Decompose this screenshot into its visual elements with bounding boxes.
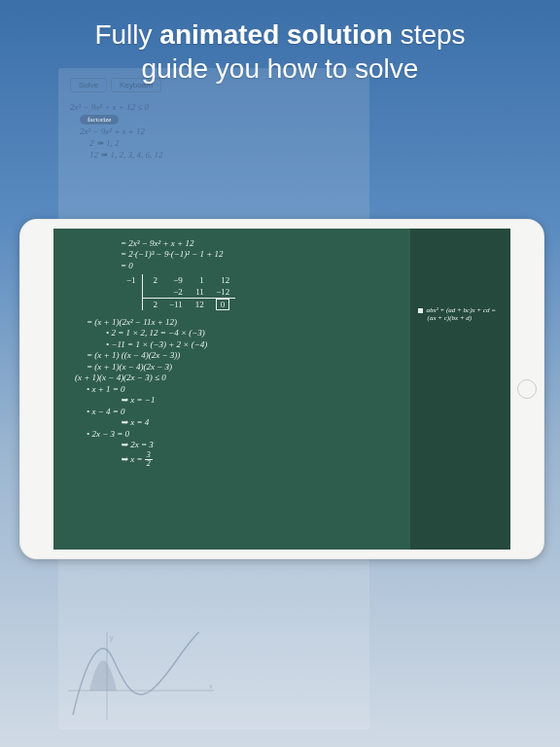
factorize-pill[interactable]: factorize	[80, 115, 119, 124]
bg-step: 2x³ − 9x² + x + 12	[70, 126, 358, 136]
svg-text:x: x	[209, 683, 213, 690]
factor-result: 2x = 3	[130, 440, 154, 449]
bullet-icon	[418, 308, 423, 313]
bg-step: 2 ➠ 1, 2	[70, 138, 358, 148]
bg-step: 12 ➠ 1, 2, 3, 4, 6, 12	[70, 150, 358, 160]
synthetic-division-table: −1 2 −9 1 12 −2 11 −12	[121, 274, 235, 310]
step-line: = 0	[67, 261, 401, 270]
cubic-graph: x y	[68, 632, 214, 720]
input-equation: 2x³ − 9x² + x + 12 ≤ 0	[70, 102, 358, 112]
solution-steps: = 2x³ − 9x² + x + 12 = 2·(−1)³ − 9·(−1)²…	[53, 229, 410, 550]
step-line: = 2·(−1)³ − 9·(−1)² − 1 + 12	[67, 249, 401, 259]
step-line: (x + 1)(x − 4)(2x − 3) ≤ 0	[67, 373, 401, 382]
factor-line: 2x − 3 = 0	[67, 429, 401, 439]
factor-line: x − 4 = 0	[67, 407, 401, 416]
step-line: = (x + 1)(2x² − 11x + 12)	[67, 317, 401, 327]
step-line: • 2 = 1 × 2, 12 = −4 × (−3)	[67, 328, 401, 338]
step-line: = (x + 1) ((x − 4)(2x − 3))	[67, 350, 401, 360]
svg-text:y: y	[110, 634, 114, 642]
formula-note-panel: abx² + (ad + bc)x + cd = (ax + c)(bx + d…	[410, 229, 510, 550]
step-line: = (x + 1)(x − 4)(2x − 3)	[67, 362, 401, 372]
promo-headline: Fully animated solution steps guide you …	[0, 18, 560, 86]
factor-result: x = −1	[130, 395, 155, 405]
step-line: • −11 = 1 × (−3) + 2 × (−4)	[67, 339, 401, 349]
fraction: 32	[145, 451, 153, 468]
step-line: = 2x³ − 9x² + x + 12	[67, 238, 401, 248]
factor-result: x = 4	[130, 417, 149, 427]
home-button-icon	[517, 379, 537, 399]
tablet-device: = 2x³ − 9x² + x + 12 = 2·(−1)³ − 9·(−1)²…	[19, 219, 544, 559]
tablet-screen: = 2x³ − 9x² + x + 12 = 2·(−1)³ − 9·(−1)²…	[53, 229, 510, 550]
factor-line: x + 1 = 0	[67, 384, 401, 394]
